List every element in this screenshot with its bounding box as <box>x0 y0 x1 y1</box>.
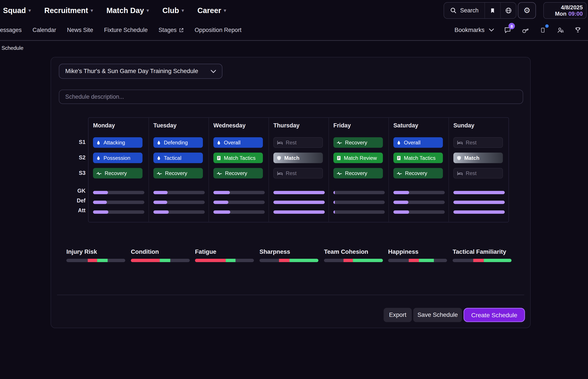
subnav-item-calendar[interactable]: Calendar <box>33 27 56 33</box>
metric-bar <box>131 259 190 262</box>
session-pill[interactable]: Attacking <box>93 137 143 148</box>
schedule-description-input[interactable] <box>59 90 523 104</box>
session-pill[interactable]: Rest <box>273 168 323 178</box>
metric-bar <box>324 259 383 262</box>
bed-icon <box>457 171 463 175</box>
create-schedule-button[interactable]: Create Schedule <box>463 308 525 322</box>
top-nav-tools: Search ⚙ <box>444 2 536 19</box>
session-pill[interactable]: Match Tactics <box>213 153 263 163</box>
session-pill[interactable]: Recovery <box>153 168 203 178</box>
competitions-button[interactable] <box>574 26 582 34</box>
workload-bar <box>393 201 445 204</box>
droplet-icon <box>157 140 161 145</box>
session-label: Rest <box>286 140 297 146</box>
subnav-item-opposition-report[interactable]: Opposition Report <box>195 27 241 33</box>
session-pill[interactable]: Recovery <box>333 168 383 178</box>
session-pill[interactable]: Match <box>453 153 503 163</box>
chevron-down-icon: ▾ <box>182 8 184 13</box>
session-label: Recovery <box>405 170 427 176</box>
app-window: Squad▾ Recruitment▾ Match Day▾ Club▾ Car… <box>0 0 588 379</box>
session-label: Overall <box>224 140 240 146</box>
workload-bar <box>333 191 385 194</box>
session-label: Match Review <box>344 155 377 161</box>
schedule-select[interactable]: Mike's Thur's & Sun Game Day Training Sc… <box>59 64 222 79</box>
save-schedule-button[interactable]: Save Schedule <box>413 308 462 322</box>
scouting-button[interactable] <box>556 26 564 34</box>
workload-bar <box>333 201 385 204</box>
session-label: Possession <box>104 155 130 161</box>
workload-bar <box>153 201 205 204</box>
menu-career[interactable]: Career▾ <box>197 6 226 15</box>
session-row-label: S2 <box>66 154 86 161</box>
session-label: Defending <box>164 140 188 146</box>
menu-club[interactable]: Club▾ <box>162 6 184 15</box>
menu-match-day[interactable]: Match Day▾ <box>107 6 149 15</box>
session-pill[interactable]: Match Review <box>333 153 383 163</box>
person-search-icon <box>557 27 564 34</box>
session-label: Recovery <box>105 170 127 176</box>
session-label: Rest <box>286 170 297 176</box>
search-toolbar: Search <box>444 2 516 19</box>
session-pill[interactable]: Rest <box>453 137 503 148</box>
session-label: Recovery <box>345 140 367 146</box>
messages-button[interactable]: 8 <box>503 26 511 34</box>
session-pill[interactable]: Possession <box>93 153 143 163</box>
bookmarks-dropdown[interactable]: Bookmarks <box>455 27 494 33</box>
settings-button[interactable]: ⚙ <box>518 2 536 19</box>
breadcrumb: Schedule <box>1 45 23 51</box>
menu-recruitment[interactable]: Recruitment▾ <box>44 6 93 15</box>
bookmark-icon <box>490 7 495 14</box>
session-label: Match Tactics <box>224 155 256 161</box>
session-pill[interactable]: Match Tactics <box>393 153 443 163</box>
session-label: Overall <box>404 140 420 146</box>
day-header: Saturday <box>393 122 418 129</box>
session-row-label: S1 <box>66 139 86 145</box>
workload-bar <box>393 210 445 214</box>
subnav-item-stages[interactable]: Stages <box>159 27 184 33</box>
subnav-label: Calendar <box>33 27 56 33</box>
search-button[interactable]: Search <box>444 3 484 18</box>
session-pill[interactable]: Rest <box>273 137 323 148</box>
workload-bar <box>453 210 505 214</box>
chevron-down-icon: ▾ <box>91 8 93 13</box>
session-pill[interactable]: Rest <box>453 168 503 178</box>
session-label: Recovery <box>165 170 187 176</box>
session-label: Attacking <box>104 140 125 146</box>
cards-button[interactable] <box>539 26 547 34</box>
subnav-item-fixture-schedule[interactable]: Fixture Schedule <box>104 27 148 33</box>
session-label: Match Tactics <box>404 155 436 161</box>
world-button[interactable] <box>500 3 516 18</box>
referee-button[interactable] <box>521 26 529 34</box>
droplet-icon <box>96 140 100 145</box>
bookmark-button[interactable] <box>484 3 500 18</box>
session-row-label: S3 <box>66 169 86 176</box>
subnav-item-messages[interactable]: essages <box>0 27 22 33</box>
session-pill[interactable]: Overall <box>393 137 443 148</box>
session-pill[interactable]: Defending <box>153 137 203 148</box>
metric-label: Team Cohesion <box>324 249 383 255</box>
session-pill[interactable]: Tactical <box>153 153 203 163</box>
menu-label: Recruitment <box>44 6 88 15</box>
metric-sharpness: Sharpness <box>259 249 318 262</box>
week-table: Monday Attacking Possession Recovery Tue… <box>88 117 509 222</box>
session-pill[interactable]: Overall <box>213 137 263 148</box>
session-pill[interactable]: Recovery <box>213 168 263 178</box>
subnav-item-news-site[interactable]: News Site <box>67 27 93 33</box>
day-column-friday: Friday Recovery Match Review Recovery <box>329 118 389 222</box>
session-pill[interactable]: Recovery <box>333 137 383 148</box>
day-column-saturday: Saturday Overall Match Tactics Recovery <box>389 118 449 222</box>
menu-squad[interactable]: Squad▾ <box>3 6 31 15</box>
session-pill[interactable]: Recovery <box>393 168 443 178</box>
page-scaler: Squad▾ Recruitment▾ Match Day▾ Club▾ Car… <box>0 0 588 379</box>
datetime-widget[interactable]: 4/8/2025 Mon09:00 <box>543 2 587 19</box>
droplet-icon <box>397 140 401 145</box>
session-pill[interactable]: Match <box>273 153 323 163</box>
metric-happiness: Happiness <box>388 249 447 262</box>
session-pill[interactable]: Recovery <box>93 168 143 178</box>
sub-nav: essages Calendar News Site Fixture Sched… <box>0 21 241 39</box>
workload-bar <box>273 210 325 214</box>
bed-icon <box>457 141 463 145</box>
droplet-icon <box>96 156 100 160</box>
export-button[interactable]: Export <box>384 308 412 322</box>
workload-bar <box>93 210 144 214</box>
